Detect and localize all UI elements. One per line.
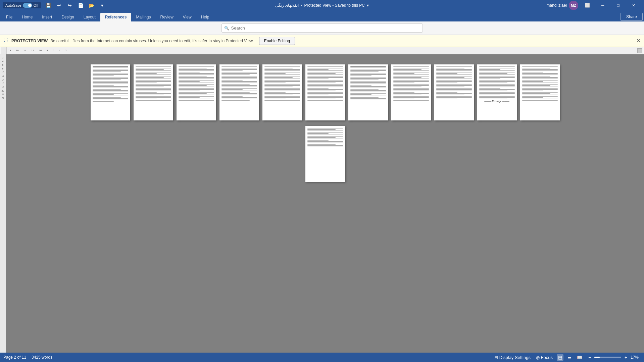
redo-button[interactable]: ↪: [65, 1, 75, 9]
vr-mark-6: 6: [2, 64, 4, 66]
tab-references[interactable]: References: [100, 13, 132, 21]
status-left: Page 2 of 11 3425 words: [3, 355, 52, 360]
display-settings-icon: ⊞: [494, 355, 498, 360]
ruler-corner: [1, 47, 7, 54]
vr-mark-18: 18: [2, 86, 4, 88]
page-info: Page 2 of 11: [3, 355, 26, 360]
tab-design[interactable]: Design: [57, 13, 79, 21]
tab-view[interactable]: View: [178, 13, 196, 21]
page-2[interactable]: [134, 64, 173, 120]
new-document-button[interactable]: 📄: [76, 1, 85, 9]
focus-icon: ◎: [536, 355, 540, 360]
page-5[interactable]: [262, 64, 302, 120]
page-1[interactable]: [91, 64, 130, 120]
save-button[interactable]: 💾: [44, 1, 53, 9]
vr-mark-22: 22: [2, 93, 4, 96]
document-canvas[interactable]: ——— Message ———: [6, 54, 644, 353]
vr-mark-4: 4: [2, 60, 4, 62]
maximize-button[interactable]: □: [610, 0, 626, 11]
horizontal-ruler: 18 16 14 12 10 8 6 4 2: [7, 47, 643, 54]
autosave-toggle[interactable]: [23, 3, 32, 8]
autosave-label: AutoSave: [5, 3, 21, 7]
print-layout-icon: ▤: [558, 355, 562, 360]
vr-mark-2: 2: [2, 56, 4, 59]
page-6[interactable]: [305, 64, 345, 120]
user-info[interactable]: mahdi ziaei MZ: [546, 1, 578, 10]
tab-help[interactable]: Help: [196, 13, 214, 21]
status-bar: Page 2 of 11 3425 words ⊞ Display Settin…: [0, 353, 644, 362]
zoom-slider[interactable]: [594, 357, 621, 358]
ribbon-tabs: File Home Insert Design Layout Reference…: [0, 11, 644, 21]
window-controls: ⬜ ─ □ ✕: [580, 0, 641, 11]
print-layout-button[interactable]: ▤: [557, 354, 563, 361]
protected-label: PROTECTED VIEW: [11, 39, 48, 43]
qat-more-button[interactable]: ▾: [97, 1, 107, 9]
enable-editing-button[interactable]: Enable Editing: [259, 37, 295, 45]
page-11[interactable]: [520, 64, 560, 120]
close-button[interactable]: ✕: [626, 0, 641, 11]
tab-file[interactable]: File: [1, 13, 17, 21]
shield-icon: 🛡: [3, 38, 9, 44]
ruler-mark-10: 10: [39, 49, 42, 52]
web-layout-icon: ☰: [567, 355, 572, 360]
read-mode-button[interactable]: 📖: [576, 354, 584, 361]
titlebar: AutoSave Off 💾 ↩ ↪ 📄 📂 ▾ انقلابهای رنگی …: [0, 0, 644, 11]
ruler-mark-8: 8: [47, 49, 48, 52]
read-mode-icon: 📖: [577, 355, 582, 360]
zoom-slider-fill: [594, 357, 600, 358]
document-title: انقلابهای رنگی: [275, 3, 299, 8]
titlebar-left: AutoSave Off 💾 ↩ ↪ 📄 📂 ▾: [3, 1, 107, 9]
autosave-state: Off: [34, 3, 38, 7]
page-3[interactable]: [177, 64, 216, 120]
user-name: mahdi ziaei: [546, 3, 567, 8]
focus-label: Focus: [541, 355, 553, 360]
ruler-mark-4: 4: [59, 49, 60, 52]
tab-insert[interactable]: Insert: [37, 13, 57, 21]
pages-row-1: ——— Message ———: [91, 64, 560, 120]
page-12[interactable]: [305, 126, 345, 182]
ruler-close[interactable]: [637, 48, 642, 53]
vr-mark-16: 16: [2, 82, 4, 85]
page-4[interactable]: [219, 64, 259, 120]
open-button[interactable]: 📂: [87, 1, 96, 9]
ribbon-collapse-button[interactable]: ⬜: [580, 0, 595, 11]
vr-mark-8: 8: [2, 67, 4, 70]
vr-mark-24: 24: [2, 97, 4, 99]
page-7[interactable]: [348, 64, 388, 120]
ruler-mark-6: 6: [53, 49, 54, 52]
vertical-ruler: 2 4 6 8 10 12 14 16 18 20 22 24: [0, 54, 6, 353]
user-avatar[interactable]: MZ: [569, 1, 578, 10]
vr-mark-14: 14: [2, 79, 4, 81]
user-initials: MZ: [571, 3, 576, 7]
tab-layout[interactable]: Layout: [79, 13, 100, 21]
zoom-in-button[interactable]: +: [623, 354, 629, 361]
title-bar-title: انقلابهای رنگی - Protected View - Saved …: [275, 3, 369, 8]
autosave-control[interactable]: AutoSave Off: [3, 2, 41, 8]
zoom-out-button[interactable]: −: [586, 354, 593, 361]
ruler-mark-18: 18: [8, 49, 11, 52]
vr-mark-12: 12: [2, 75, 4, 77]
title-chevron[interactable]: ▾: [367, 3, 369, 8]
share-button[interactable]: Share: [621, 13, 643, 21]
undo-button[interactable]: ↩: [54, 1, 64, 9]
title-separator: -: [301, 3, 302, 8]
page-10[interactable]: ——— Message ———: [477, 64, 517, 120]
search-input[interactable]: [221, 23, 423, 33]
minimize-button[interactable]: ─: [595, 0, 610, 11]
quick-save-toolbar: 💾 ↩ ↪ 📄 📂 ▾: [44, 1, 107, 9]
tab-home[interactable]: Home: [17, 13, 37, 21]
web-layout-button[interactable]: ☰: [566, 354, 573, 361]
tab-review[interactable]: Review: [156, 13, 178, 21]
close-protected-bar-button[interactable]: ✕: [636, 38, 641, 44]
page-8[interactable]: [391, 64, 431, 120]
protected-view-bar: 🛡 PROTECTED VIEW Be careful—files from t…: [0, 35, 644, 47]
ruler-mark-14: 14: [23, 49, 27, 52]
page-9[interactable]: [434, 64, 474, 120]
focus-button[interactable]: ◎ Focus: [535, 354, 554, 361]
search-icon: 🔍: [224, 26, 229, 31]
display-settings-button[interactable]: ⊞ Display Settings: [493, 354, 532, 361]
tab-mailings[interactable]: Mailings: [131, 13, 155, 21]
display-settings-label: Display Settings: [499, 355, 531, 360]
word-count: 3425 words: [32, 355, 52, 360]
search-container: 🔍: [221, 23, 423, 33]
